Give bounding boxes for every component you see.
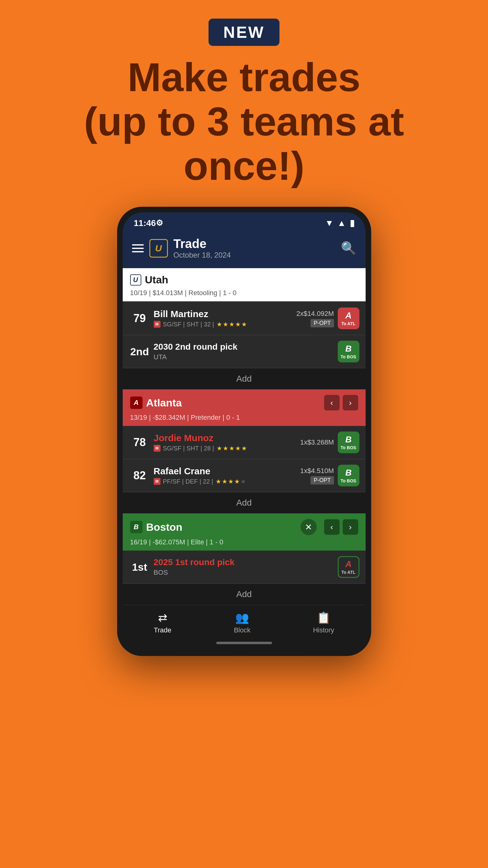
player-details: M PF/SF | DEF | 22 | ★★★★★	[154, 478, 300, 485]
player-details: M SG/SF | SHT | 28 | ★★★★★	[154, 444, 300, 452]
pick-round: 1st	[129, 561, 151, 573]
destination-badge-atl-outline: A To ATL	[338, 556, 359, 578]
pick-name: 2030 2nd round pick	[154, 342, 334, 352]
utah-header: U Utah	[123, 268, 366, 289]
nav-trade-label: Trade	[154, 626, 171, 634]
player-number: 82	[129, 469, 151, 482]
boston-header: B Boston ✕ ‹ ›	[123, 514, 366, 538]
boston-prev-btn[interactable]: ‹	[324, 519, 339, 535]
settings-icon: ⚙	[156, 218, 163, 228]
destination-badge-atl: A To ATL	[338, 308, 359, 329]
boston-section: B Boston ✕ ‹ › 16/19 | -$62.075M | Elite…	[123, 514, 366, 551]
pick-name: 2025 1st round pick	[154, 557, 334, 567]
boston-add-button[interactable]: Add	[123, 584, 366, 605]
player-info: Jordie Munoz M SG/SF | SHT | 28 | ★★★★★	[151, 433, 300, 452]
utah-add-button[interactable]: Add	[123, 368, 366, 390]
battery-icon: ▮	[350, 218, 354, 228]
boston-next-btn[interactable]: ›	[343, 519, 358, 535]
header-title: Trade October 18, 2024	[173, 237, 335, 259]
team-mini-badge: M	[154, 478, 161, 485]
history-icon: 📋	[317, 611, 331, 624]
atlanta-nav: ‹ ›	[324, 395, 358, 410]
boston-logo: B	[130, 521, 142, 533]
bottom-nav: ⇄ Trade 👥 Block 📋 History	[123, 605, 366, 638]
search-button[interactable]: 🔍	[341, 241, 356, 255]
team-mini-badge: M	[154, 445, 161, 452]
atlanta-name: Atlanta	[146, 397, 182, 409]
player-name: Jordie Munoz	[154, 433, 300, 443]
stars: ★★★★★	[216, 478, 247, 485]
home-indicator	[123, 638, 366, 650]
block-icon: 👥	[235, 611, 249, 624]
pick-card-2025: 1st 2025 1st round pick BOS A To ATL	[123, 551, 366, 584]
nav-block[interactable]: 👥 Block	[234, 611, 251, 634]
pick-info: 2030 2nd round pick UTA	[151, 342, 334, 361]
opt-badge: P-OPT	[311, 476, 334, 485]
atlanta-section: A Atlanta ‹ › 13/19 | -$28.342M | Preten…	[123, 390, 366, 426]
phone-frame: 11:46 ⚙ ▼ ▲ ▮ U Trade October 18, 2024 🔍	[117, 207, 371, 656]
player-number: 78	[129, 436, 151, 449]
boston-name: Boston	[146, 521, 183, 533]
atlanta-prev-btn[interactable]: ‹	[324, 395, 339, 410]
player-name: Rafael Crane	[154, 466, 300, 476]
signal-icon: ▲	[337, 218, 346, 228]
boston-stats: 16/19 | -$62.075M | Elite | 1 - 0	[123, 538, 366, 551]
player-info: Rafael Crane M PF/SF | DEF | 22 | ★★★★★	[151, 466, 300, 485]
atlanta-stats: 13/19 | -$28.342M | Pretender | 0 - 1	[123, 413, 366, 426]
team-logo: U	[149, 239, 168, 258]
atlanta-next-btn[interactable]: ›	[343, 395, 358, 410]
headline: Make trades (up to 3 teams at once!)	[0, 55, 488, 188]
trade-icon: ⇄	[158, 611, 167, 624]
player-card-bill: 79 Bill Martinez M SG/SF | SHT | 32 | ★★…	[123, 302, 366, 335]
pick-team: BOS	[154, 568, 334, 577]
atlanta-add-button[interactable]: Add	[123, 492, 366, 514]
pick-info: 2025 1st round pick BOS	[151, 557, 334, 577]
boston-close-button[interactable]: ✕	[300, 519, 317, 535]
nav-history-label: History	[313, 626, 334, 634]
stars: ★★★★★	[217, 444, 248, 452]
pick-card-2030: 2nd 2030 2nd round pick UTA B To BOS	[123, 335, 366, 368]
utah-section: U Utah 10/19 | $14.013M | Retooling | 1 …	[123, 268, 366, 302]
player-right: 2x$14.092M P-OPT	[296, 310, 334, 328]
contract: 1x$3.268M	[300, 438, 334, 446]
atlanta-header: A Atlanta ‹ ›	[123, 390, 366, 413]
nav-block-label: Block	[234, 626, 251, 634]
team-mini-badge: M	[154, 321, 161, 328]
stars: ★★★★★	[217, 320, 248, 328]
player-card-jordie: 78 Jordie Munoz M SG/SF | SHT | 28 | ★★★…	[123, 426, 366, 459]
menu-button[interactable]	[132, 244, 144, 252]
pick-team: UTA	[154, 353, 334, 361]
app-header: U Trade October 18, 2024 🔍	[123, 230, 366, 268]
player-right: 1x$4.510M P-OPT	[300, 467, 334, 485]
destination-badge-bos-2: B To BOS	[338, 465, 359, 486]
contract: 2x$14.092M	[296, 310, 334, 318]
new-badge: NEW	[208, 19, 280, 46]
nav-history[interactable]: 📋 History	[313, 611, 334, 634]
wifi-icon: ▼	[325, 218, 334, 228]
utah-stats: 10/19 | $14.013M | Retooling | 1 - 0	[123, 289, 366, 301]
opt-badge: P-OPT	[311, 319, 334, 328]
player-number: 79	[129, 312, 151, 325]
destination-badge-bos: B To BOS	[338, 432, 359, 453]
player-name: Bill Martinez	[154, 309, 296, 319]
utah-logo: U	[130, 274, 141, 285]
home-bar	[216, 642, 272, 644]
player-card-rafael: 82 Rafael Crane M PF/SF | DEF | 22 | ★★★…	[123, 459, 366, 492]
phone-screen: 11:46 ⚙ ▼ ▲ ▮ U Trade October 18, 2024 🔍	[123, 212, 366, 650]
player-details: M SG/SF | SHT | 32 | ★★★★★	[154, 320, 296, 328]
player-right: 1x$3.268M	[300, 438, 334, 446]
atlanta-logo: A	[130, 397, 142, 409]
status-bar: 11:46 ⚙ ▼ ▲ ▮	[123, 212, 366, 230]
destination-badge-bos: B To BOS	[338, 341, 359, 362]
player-info: Bill Martinez M SG/SF | SHT | 32 | ★★★★★	[151, 309, 296, 328]
nav-trade[interactable]: ⇄ Trade	[154, 611, 171, 634]
pick-round: 2nd	[129, 346, 151, 358]
time-display: 11:46	[134, 218, 156, 228]
utah-name: Utah	[145, 274, 168, 286]
contract: 1x$4.510M	[300, 467, 334, 475]
